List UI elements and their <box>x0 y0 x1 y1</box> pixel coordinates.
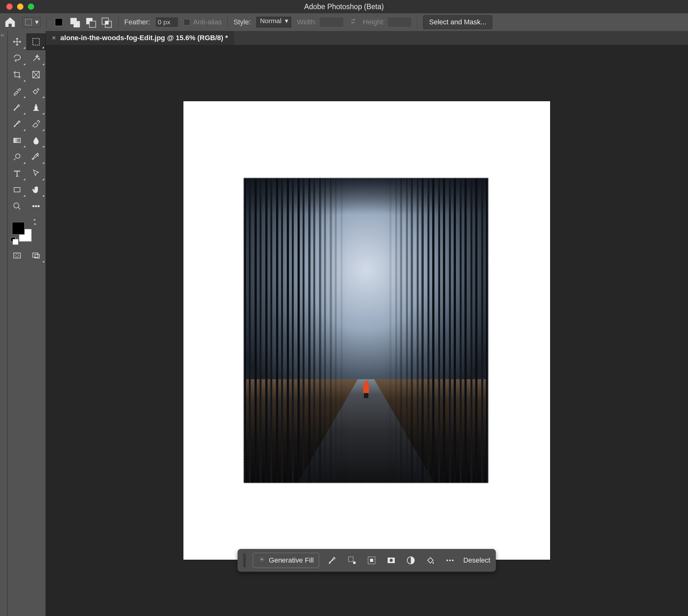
svg-rect-25 <box>370 559 373 562</box>
screen-mode-button[interactable] <box>26 247 46 264</box>
modify-selection-icon[interactable] <box>346 554 358 567</box>
subtract-from-selection-button[interactable] <box>84 16 97 28</box>
width-input <box>320 17 343 27</box>
svg-point-14 <box>33 205 35 207</box>
svg-rect-10 <box>14 138 21 142</box>
panel-collapse-rail[interactable]: ‹‹ <box>0 31 7 616</box>
lasso-tool[interactable] <box>7 50 26 66</box>
options-bar: ▾ Feather: Anti-alias Style: Normal Widt… <box>0 13 688 31</box>
style-label: Style: <box>234 18 251 26</box>
svg-point-29 <box>446 560 448 561</box>
svg-point-13 <box>14 203 19 208</box>
brush-selection-icon[interactable] <box>326 554 339 567</box>
artboard <box>183 101 550 560</box>
svg-rect-4 <box>89 21 96 27</box>
close-window-button[interactable] <box>6 3 13 10</box>
gradient-tool[interactable] <box>7 132 26 149</box>
height-input <box>388 17 412 27</box>
chevron-left-icon: ‹‹ <box>1 32 4 38</box>
crop-tool[interactable] <box>7 66 26 83</box>
move-tool[interactable] <box>7 34 26 50</box>
intersect-selection-button[interactable] <box>100 16 113 28</box>
invert-selection-icon[interactable] <box>365 554 378 567</box>
fullscreen-window-button[interactable] <box>28 3 34 10</box>
document-tab[interactable]: × alone-in-the-woods-fog-Edit.jpg @ 15.6… <box>46 31 234 45</box>
selection-mode-group <box>52 16 113 28</box>
svg-rect-23 <box>349 557 353 562</box>
antialias-label: Anti-alias <box>193 18 222 26</box>
color-swatches[interactable] <box>11 219 42 242</box>
pen-tool[interactable] <box>26 149 46 165</box>
contextual-task-bar[interactable]: Generative Fill Deselect <box>238 549 496 572</box>
divider <box>227 16 228 28</box>
feather-label: Feather: <box>124 18 150 26</box>
svg-rect-2 <box>74 21 80 27</box>
height-group: Height: <box>363 17 412 27</box>
swap-dimensions-icon <box>349 17 357 27</box>
svg-rect-0 <box>25 19 31 25</box>
minimize-window-button[interactable] <box>17 3 23 10</box>
quick-mask-button[interactable] <box>7 247 26 264</box>
svg-point-30 <box>449 560 451 561</box>
height-label: Height: <box>363 18 385 26</box>
document-area: × alone-in-the-woods-fog-Edit.jpg @ 15.6… <box>46 31 688 616</box>
sparkle-icon <box>258 556 266 565</box>
rectangular-marquee-tool[interactable] <box>26 34 46 50</box>
magic-wand-tool[interactable] <box>26 50 46 66</box>
divider <box>118 16 118 28</box>
app-title: Adobe Photoshop (Beta) <box>304 2 384 11</box>
foreground-color-swatch[interactable] <box>12 222 25 235</box>
path-selection-tool[interactable] <box>26 165 46 181</box>
svg-point-11 <box>16 154 20 158</box>
feather-input[interactable] <box>156 17 178 27</box>
hand-tool[interactable] <box>26 181 46 198</box>
svg-rect-7 <box>105 21 108 24</box>
document-tab-title: alone-in-the-woods-fog-Edit.jpg @ 15.6% … <box>60 34 228 42</box>
add-to-selection-button[interactable] <box>68 16 81 28</box>
blur-tool[interactable] <box>26 132 46 149</box>
select-and-mask-button[interactable]: Select and Mask... <box>423 15 492 29</box>
dodge-tool[interactable] <box>7 149 26 165</box>
canvas[interactable]: Generative Fill Deselect <box>46 45 688 616</box>
swap-colors-icon[interactable] <box>31 219 38 226</box>
svg-point-16 <box>38 205 40 207</box>
antialias-checkbox <box>184 19 190 25</box>
eraser-tool[interactable] <box>26 116 46 132</box>
divider <box>417 16 417 28</box>
close-tab-icon[interactable]: × <box>52 34 56 42</box>
clone-stamp-tool[interactable] <box>26 99 46 116</box>
toolbox <box>7 31 46 616</box>
edit-toolbar-button[interactable] <box>26 198 46 214</box>
active-tool-indicator[interactable]: ▾ <box>22 17 41 27</box>
window-controls <box>6 3 34 10</box>
drag-handle-icon[interactable] <box>243 553 246 567</box>
svg-rect-19 <box>33 253 38 258</box>
generative-fill-button[interactable]: Generative Fill <box>252 553 319 568</box>
default-colors-icon[interactable] <box>11 237 16 242</box>
document-tabs: × alone-in-the-woods-fog-Edit.jpg @ 15.6… <box>46 31 688 45</box>
svg-point-18 <box>16 254 18 257</box>
brush-tool[interactable] <box>7 99 26 116</box>
new-selection-button[interactable] <box>52 16 65 28</box>
title-bar: Adobe Photoshop (Beta) <box>0 0 688 13</box>
width-group: Width: <box>297 17 343 27</box>
rectangle-shape-tool[interactable] <box>7 181 26 198</box>
fill-selection-icon[interactable] <box>424 554 437 567</box>
more-options-icon[interactable] <box>444 554 456 567</box>
style-select[interactable]: Normal <box>257 17 291 27</box>
home-button[interactable] <box>4 16 17 28</box>
zoom-tool[interactable] <box>7 198 26 214</box>
svg-rect-17 <box>14 253 21 258</box>
mask-icon[interactable] <box>385 554 397 567</box>
history-brush-tool[interactable] <box>7 116 26 132</box>
frame-tool[interactable] <box>26 66 46 83</box>
svg-rect-12 <box>14 188 20 192</box>
eyedropper-tool[interactable] <box>7 83 26 99</box>
image-content <box>243 178 488 483</box>
type-tool[interactable] <box>7 165 26 181</box>
svg-rect-8 <box>33 39 40 45</box>
deselect-button[interactable]: Deselect <box>463 556 490 565</box>
spot-healing-tool[interactable] <box>26 83 46 99</box>
antialias-group: Anti-alias <box>184 18 222 26</box>
adjustment-icon[interactable] <box>404 554 417 567</box>
